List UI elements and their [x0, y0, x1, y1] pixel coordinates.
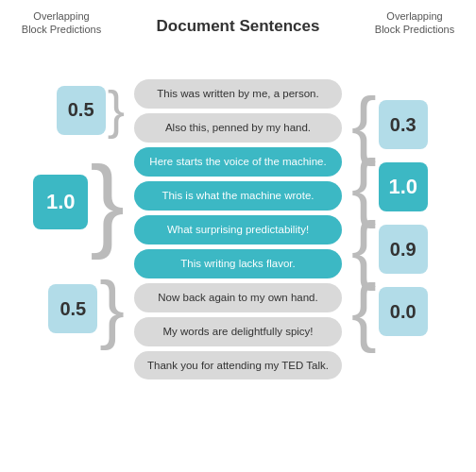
left-brace-2: }	[90, 150, 125, 254]
left-col-header: OverlappingBlock Predictions	[9, 9, 113, 37]
main-container: OverlappingBlock Predictions Overlapping…	[0, 0, 476, 472]
sentences-col: This was written by me, a person. Also t…	[125, 79, 351, 379]
right-brace-4: {	[351, 274, 377, 349]
left-brace-1: }	[108, 84, 125, 136]
left-scores-col: 0.5 } 1.0 } 0.5 }	[40, 79, 125, 354]
sentence-3: Here starts the voice of the machine.	[134, 147, 342, 177]
left-score-2: 1.0	[33, 175, 88, 229]
sentence-2: Also this, penned by my hand.	[134, 113, 342, 143]
diagram: 0.5 } 1.0 } 0.5 } This was written by me…	[9, 79, 467, 379]
column-headers: OverlappingBlock Predictions Overlapping…	[0, 9, 476, 37]
right-score-4: 0.0	[379, 287, 428, 336]
left-group-1: 0.5 }	[57, 79, 125, 141]
sentence-5: What surprising predictability!	[134, 215, 342, 244]
right-scores-col: { 0.3 { 1.0 { 0.9 { 0.0	[351, 79, 436, 357]
left-score-1: 0.5	[57, 86, 106, 135]
sentence-4: This is what the machine wrote.	[134, 181, 342, 211]
sentence-1: This was written by me, a person.	[134, 79, 342, 109]
left-group-2: 1.0 }	[33, 141, 125, 263]
right-group-4: { 0.0	[351, 266, 428, 357]
left-group-3: 0.5 }	[48, 263, 125, 354]
sentence-9: Thank you for attending my TED Talk.	[134, 351, 342, 380]
sentence-6: This writing lacks flavor.	[134, 249, 342, 278]
left-score-3: 0.5	[48, 284, 97, 333]
sentence-8: My words are delightfully spicy!	[134, 317, 342, 346]
left-brace-3: }	[99, 271, 125, 346]
right-col-header: OverlappingBlock Predictions	[363, 9, 467, 37]
sentence-7: Now back again to my own hand.	[134, 283, 342, 312]
